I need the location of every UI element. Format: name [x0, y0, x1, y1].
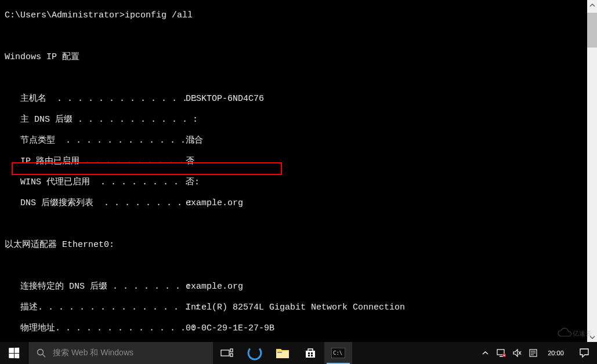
svg-rect-15: [500, 356, 503, 357]
svg-rect-4: [230, 354, 233, 356]
scroll-up-button[interactable]: [587, 0, 597, 10]
action-center-button[interactable]: [571, 342, 597, 364]
svg-rect-3: [230, 349, 233, 352]
task-view-button[interactable]: [213, 342, 241, 364]
adapter-conn-dns-value: example.org: [186, 282, 587, 292]
terminal-viewport[interactable]: C:\Users\Administrator>ipconfig /all Win…: [0, 0, 587, 342]
adapter-title: 以太网适配器 Ethernet0:: [5, 240, 587, 250]
cfg-ip-routing-label: IP 路由已启用 . . . . . . . . . . :: [5, 156, 186, 167]
cfg-node-type-value: 混合: [186, 136, 587, 146]
search-box[interactable]: 搜索 Web 和 Windows: [28, 342, 213, 364]
vertical-scrollbar[interactable]: [587, 0, 597, 342]
start-button[interactable]: [0, 342, 28, 364]
svg-point-0: [38, 350, 44, 355]
cfg-dns-suffix-value: [186, 115, 587, 125]
cfg-wins-proxy-label: WINS 代理已启用 . . . . . . . . . :: [5, 177, 186, 188]
clock[interactable]: 20:00: [540, 342, 571, 364]
cfg-dns-search-label: DNS 后缀搜索列表 . . . . . . . . :: [5, 198, 186, 209]
tray-notes-button[interactable]: [527, 342, 539, 364]
adapter-desc-label: 描述. . . . . . . . . . . . . . . :: [5, 303, 186, 313]
folder-icon: [276, 347, 290, 359]
windows-logo-icon: [9, 348, 19, 358]
scroll-down-button[interactable]: [587, 332, 597, 342]
search-placeholder: 搜索 Web 和 Windows: [53, 348, 133, 358]
notification-icon: [579, 348, 589, 358]
command-text: ipconfig /all: [125, 10, 193, 20]
svg-line-1: [43, 355, 46, 358]
scroll-thumb[interactable]: [587, 13, 597, 48]
adapter-conn-dns-label: 连接特定的 DNS 后缀 . . . . . . . :: [5, 282, 186, 292]
cfg-ip-routing-value: 否: [186, 156, 587, 167]
svg-rect-10: [308, 355, 310, 356]
prompt-line: C:\Users\Administrator>ipconfig /all: [5, 10, 587, 21]
task-view-icon: [220, 348, 233, 358]
taskbar-app-explorer[interactable]: [269, 342, 296, 364]
adapter-desc-value: Intel(R) 82574L Gigabit Network Connecti…: [186, 303, 587, 313]
svg-point-5: [247, 345, 262, 361]
chevron-up-icon: [482, 350, 489, 356]
svg-rect-9: [311, 352, 313, 354]
volume-icon: [513, 349, 522, 357]
store-icon: [304, 347, 317, 359]
search-icon: [37, 348, 46, 358]
cfg-dns-search-value: example.org: [186, 198, 587, 209]
system-tray: [477, 342, 540, 364]
cfg-dns-suffix-label: 主 DNS 后缀 . . . . . . . . . . . :: [5, 115, 186, 125]
svg-rect-2: [221, 350, 229, 356]
network-icon: [497, 349, 506, 357]
cfg-hostname-value: DESKTOP-6ND4C76: [186, 94, 587, 104]
adapter-phys-value: 00-0C-29-1E-27-9B: [186, 323, 587, 334]
tray-network-button[interactable]: [495, 342, 508, 364]
adapter-phys-label: 物理地址. . . . . . . . . . . . . :: [5, 323, 186, 334]
clock-time: 20:00: [548, 350, 564, 357]
svg-text:C:\: C:\: [333, 350, 342, 356]
taskbar-app-store[interactable]: [296, 342, 324, 364]
svg-rect-8: [308, 352, 310, 354]
cfg-hostname-label: 主机名 . . . . . . . . . . . . . :: [5, 94, 186, 104]
prompt: C:\Users\Administrator>: [5, 10, 125, 20]
taskbar-app-edge[interactable]: [241, 342, 269, 364]
cmd-icon: C:\: [331, 348, 345, 358]
cfg-wins-proxy-value: 否: [186, 177, 587, 188]
taskbar: 搜索 Web 和 Windows C:\ 20:00: [0, 342, 597, 364]
taskbar-spacer: [352, 342, 477, 364]
edge-icon: [247, 345, 262, 361]
cfg-node-type-label: 节点类型 . . . . . . . . . . . . :: [5, 136, 186, 146]
notes-icon: [529, 349, 537, 357]
tray-volume-button[interactable]: [511, 342, 524, 364]
taskbar-app-cmd[interactable]: C:\: [324, 342, 352, 364]
tray-overflow-button[interactable]: [479, 342, 491, 364]
svg-rect-7: [277, 352, 282, 353]
section-title: Windows IP 配置: [5, 52, 587, 63]
svg-rect-11: [311, 355, 313, 356]
